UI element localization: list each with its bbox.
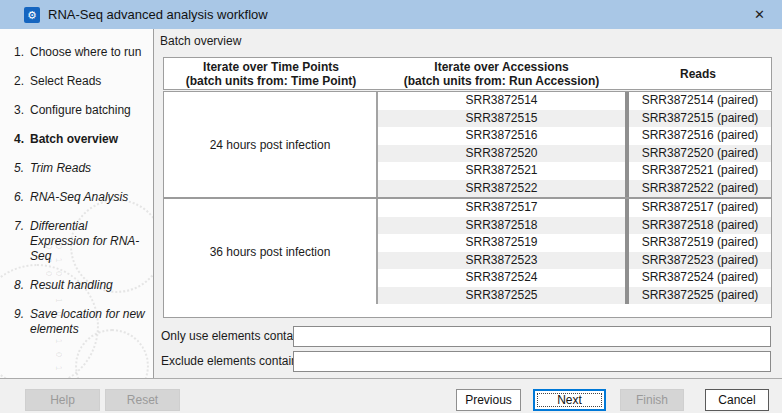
reads-cell: SRR3872524 (paired) <box>629 269 771 287</box>
close-icon[interactable]: ✕ <box>737 0 782 29</box>
accession-cell: SRR3872519 <box>378 234 625 252</box>
reads-cell: SRR3872517 (paired) <box>629 199 771 217</box>
titlebar[interactable]: ⚙ RNA-Seq advanced analysis workflow ✕ <box>0 0 782 30</box>
batch-group-1: 24 hours post infectionSRR3872514SRR3872… <box>164 92 771 197</box>
accession-cell: SRR3872524 <box>378 269 625 287</box>
accession-cell: SRR3872523 <box>378 252 625 270</box>
reads-cell: SRR3872514 (paired) <box>629 92 771 110</box>
step-label: Configure batching <box>30 103 153 118</box>
header-reads: Reads <box>625 58 771 89</box>
reset-button[interactable]: Reset <box>105 389 180 411</box>
wizard-steps-sidebar: 1.Choose where to run2.Select Reads3.Con… <box>0 29 154 378</box>
step-number: 7. <box>0 219 24 264</box>
only-use-filter-row: Only use elements containing: <box>161 326 775 347</box>
accessions-column: SRR3872514SRR3872515SRR3872516SRR3872520… <box>378 92 625 197</box>
accession-cell: SRR3872518 <box>378 217 625 235</box>
step-number: 6. <box>0 190 24 205</box>
batch-table-header: Iterate over Time Points (batch units fr… <box>163 57 772 90</box>
only-use-input[interactable] <box>293 326 771 347</box>
cancel-button[interactable]: Cancel <box>705 389 769 411</box>
accession-cell: SRR3872516 <box>378 127 625 145</box>
step-number: 4. <box>0 132 24 147</box>
reads-cell: SRR3872519 (paired) <box>629 234 771 252</box>
window-title: RNA-Seq advanced analysis workflow <box>48 7 268 22</box>
reads-cell: SRR3872520 (paired) <box>629 145 771 163</box>
reads-column: SRR3872517 (paired)SRR3872518 (paired)SR… <box>625 199 771 304</box>
reads-cell: SRR3872523 (paired) <box>629 252 771 270</box>
step-label: Select Reads <box>30 74 153 89</box>
wizard-step-5: 5.Trim Reads <box>0 161 153 176</box>
accession-cell: SRR3872515 <box>378 110 625 128</box>
help-button[interactable]: Help <box>25 389 100 411</box>
step-number: 1. <box>0 45 24 60</box>
reads-cell: SRR3872525 (paired) <box>629 287 771 305</box>
watermark-circle <box>70 199 154 293</box>
step-number: 5. <box>0 161 24 176</box>
content-panel: Batch overview Iterate over Time Points … <box>154 29 782 378</box>
accession-cell: SRR3872521 <box>378 162 625 180</box>
watermark-binary-text: 0 1 0 0 1 0 1 1 0 1 0 0 0 1 <box>50 244 64 378</box>
exclude-input[interactable] <box>293 351 771 372</box>
header-accessions: Iterate over Accessions (batch units fro… <box>378 58 625 89</box>
header-time-points: Iterate over Time Points (batch units fr… <box>164 58 378 89</box>
batch-table-body: 24 hours post infectionSRR3872514SRR3872… <box>163 91 772 318</box>
rna-seq-workflow-dialog: ⚙ RNA-Seq advanced analysis workflow ✕ 1… <box>0 0 782 413</box>
accession-cell: SRR3872525 <box>378 287 625 305</box>
batch-group-2: 36 hours post infectionSRR3872517SRR3872… <box>164 197 771 304</box>
exclude-filter-row: Exclude elements containing: <box>161 351 775 372</box>
wizard-step-3: 3.Configure batching <box>0 103 153 118</box>
wizard-step-2: 2.Select Reads <box>0 74 153 89</box>
accession-cell: SRR3872517 <box>378 199 625 217</box>
accession-cell: SRR3872522 <box>378 180 625 198</box>
batch-overview-table: Iterate over Time Points (batch units fr… <box>163 57 772 318</box>
accession-cell: SRR3872520 <box>378 145 625 163</box>
time-point-cell: 24 hours post infection <box>164 92 378 197</box>
accession-cell: SRR3872514 <box>378 92 625 110</box>
reads-cell: SRR3872522 (paired) <box>629 180 771 198</box>
reads-column: SRR3872514 (paired)SRR3872515 (paired)SR… <box>625 92 771 197</box>
footer-button-bar: Help Reset Previous Next Finish Cancel <box>0 378 782 413</box>
step-number: 2. <box>0 74 24 89</box>
step-label: Trim Reads <box>30 161 153 176</box>
time-point-cell: 36 hours post infection <box>164 199 378 304</box>
step-label: Choose where to run <box>30 45 153 60</box>
reads-cell: SRR3872518 (paired) <box>629 217 771 235</box>
step-label: Batch overview <box>30 132 153 147</box>
workflow-gear-icon: ⚙ <box>24 7 40 23</box>
finish-button[interactable]: Finish <box>620 389 684 411</box>
wizard-step-1: 1.Choose where to run <box>0 45 153 60</box>
section-title: Batch overview <box>160 34 241 48</box>
wizard-step-4: 4.Batch overview <box>0 132 153 147</box>
step-number: 3. <box>0 103 24 118</box>
reads-cell: SRR3872516 (paired) <box>629 127 771 145</box>
reads-cell: SRR3872521 (paired) <box>629 162 771 180</box>
previous-button[interactable]: Previous <box>456 389 521 411</box>
accessions-column: SRR3872517SRR3872518SRR3872519SRR3872523… <box>378 199 625 304</box>
reads-cell: SRR3872515 (paired) <box>629 110 771 128</box>
next-button[interactable]: Next <box>533 389 606 411</box>
